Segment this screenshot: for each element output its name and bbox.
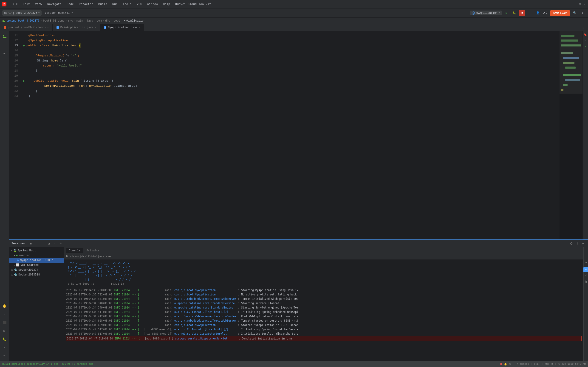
services-more-icon[interactable]: ⋮ — [575, 241, 580, 246]
services-popout-icon[interactable]: ⬡ — [569, 241, 574, 246]
console-wrap-icon[interactable]: ↩ — [583, 260, 588, 265]
breadcrumb-part-7[interactable]: boot — [114, 19, 120, 23]
status-crlf[interactable]: CRLF — [534, 363, 540, 365]
menu-refactor[interactable]: Refactor — [77, 2, 95, 7]
tab-my-app[interactable]: J MyApplication.java × — [100, 24, 145, 31]
status-bar: Build completed successfully in 1 sec, 4… — [0, 361, 588, 367]
global-search-button[interactable]: 🔍 — [571, 10, 578, 16]
breadcrumb-part-0[interactable]: spring-boot-3-202376 — [6, 19, 40, 23]
tab-main-app-close[interactable]: × — [95, 26, 96, 29]
menu-help[interactable]: Help — [161, 2, 172, 7]
breadcrumb-part-2[interactable]: src — [68, 19, 73, 23]
more-options-button[interactable]: ⋮ — [527, 10, 533, 16]
bottom-content: ▾ 🍃 Spring Boot ▾ ▶ Running ▶ MyApplicat… — [9, 247, 588, 361]
menu-tools[interactable]: Tools — [120, 2, 134, 7]
services-down-icon[interactable]: ↓ — [40, 241, 45, 246]
console-output[interactable]: /\\ / ____| . __ _ . __ . \\ \\ \\ \ ( (… — [64, 259, 583, 361]
console-print-icon[interactable]: 🖨 — [583, 273, 588, 278]
run-arrow-13[interactable]: ▶ — [23, 43, 25, 48]
profile-button[interactable]: 👤 — [535, 10, 541, 16]
tab-main-app-label: MainApplication.java — [61, 26, 94, 29]
console-tab[interactable]: Console — [66, 248, 83, 253]
stop-button[interactable]: ■ — [519, 10, 525, 16]
menu-file[interactable]: File — [8, 2, 20, 7]
services-collapse-icon[interactable]: ⬆ — [52, 241, 57, 246]
log-line-2: 2023-07-06T19:04:34.341+08:00 INFO 21924… — [66, 297, 582, 301]
code-content[interactable]: @RestController @SpringBootApplication ▶… — [21, 31, 560, 240]
tab-my-app-close[interactable]: × — [139, 26, 140, 29]
tree-item-myapp[interactable]: ▶ MyApplication :8080/ — [9, 258, 64, 263]
sidebar-more-icon[interactable]: ⋯ — [1, 50, 8, 57]
vcs-selector[interactable]: Version control ▾ — [43, 10, 75, 16]
settings-button[interactable]: ⚙ — [579, 10, 586, 16]
console-down-icon[interactable]: ↓ — [583, 254, 588, 259]
bookmark-icon[interactable]: 🔖 — [583, 32, 588, 37]
services-tree: ▾ 🍃 Spring Boot ▾ ▶ Running ▶ MyApplicat… — [9, 247, 64, 361]
sidebar-bottom-more-icon[interactable]: ⋯ — [1, 352, 8, 359]
start-exam-button[interactable]: Start Exam — [550, 10, 570, 16]
tree-item-running[interactable]: ▾ ▶ Running — [9, 253, 64, 258]
sidebar-run-icon[interactable]: ▶ — [1, 327, 8, 334]
breadcrumb-part-6[interactable]: djc — [105, 19, 110, 23]
spring-version-line: :: Spring Boot :: (v3.1.1) — [66, 282, 582, 286]
sidebar-debug-icon[interactable]: 🐛 — [1, 335, 8, 343]
editor-pencil-icon[interactable]: ✏ — [583, 38, 588, 43]
menu-vcs[interactable]: VCS — [134, 2, 144, 7]
services-minimize-icon[interactable]: ─ — [581, 241, 586, 246]
services-add-icon[interactable]: + — [58, 241, 63, 246]
tab-pom-close[interactable]: × — [47, 26, 49, 29]
breadcrumb-part-1[interactable]: boot3-01-demo — [43, 19, 65, 23]
project-selector[interactable]: spring-boot-3-202376 ▾ — [2, 10, 42, 16]
project-name: spring-boot-3-202376 — [4, 11, 37, 15]
sidebar-structure-icon[interactable] — [1, 41, 8, 49]
menu-navigate[interactable]: Navigate — [45, 2, 64, 7]
services-right-actions: ⬡ ⋮ ─ — [569, 241, 586, 246]
run-config-selector[interactable]: A MyApplication ▾ — [470, 10, 502, 15]
maximize-button[interactable]: □ — [578, 2, 582, 6]
breadcrumb-part-3[interactable]: main — [77, 19, 83, 23]
sidebar-project-icon[interactable] — [1, 33, 8, 40]
status-indent[interactable]: 4 spaces — [517, 363, 529, 365]
console-trash-icon[interactable]: 🗑 — [583, 279, 588, 284]
breadcrumb-part-4[interactable]: java — [86, 19, 93, 23]
menu-edit[interactable]: Edit — [20, 2, 32, 7]
run-button[interactable]: ▶ — [503, 10, 510, 16]
sidebar-services-icon[interactable]: ⚡ — [1, 344, 8, 351]
status-charset[interactable]: UTF-8 — [545, 363, 553, 365]
tab-pom-label: pom.xml (boot3-01-demo) — [8, 26, 46, 29]
menu-run[interactable]: Run — [110, 2, 120, 7]
services-up-icon[interactable]: ↑ — [35, 241, 40, 246]
sidebar-notifications-icon[interactable]: 🔔 — [1, 302, 8, 310]
tree-item-docker2[interactable]: ⬡ 🐳 Docker2023518 — [9, 272, 64, 277]
menu-build[interactable]: Build — [96, 2, 110, 7]
sidebar-terminal-icon[interactable]: ⬛ — [1, 319, 8, 326]
breadcrumb-part-8[interactable]: MyApplication — [124, 19, 145, 23]
minimize-button[interactable]: ─ — [574, 2, 577, 6]
tab-pom[interactable]: pom.xml (boot3-01-demo) × — [0, 24, 52, 31]
services-refresh-icon[interactable]: ↻ — [28, 241, 34, 246]
sidebar-git-icon[interactable]: ⑂ — [1, 311, 8, 318]
console-up-icon[interactable]: ↑ — [583, 248, 588, 253]
console-scroll-icon[interactable]: ≡ — [583, 267, 588, 272]
code-line-18: } — [23, 68, 557, 73]
breadcrumb-part-5[interactable]: com — [97, 19, 102, 23]
tab-settings-icon[interactable]: ⋮ — [581, 26, 586, 31]
code-line-11: @RestController — [23, 33, 557, 38]
close-button[interactable]: ✕ — [583, 2, 586, 6]
translate-button[interactable]: A文 — [542, 10, 549, 16]
services-filter-icon[interactable]: ⊟ — [46, 241, 52, 246]
tab-main-app[interactable]: J MainApplication.java × — [52, 24, 100, 31]
menu-window[interactable]: Window — [145, 2, 160, 7]
actuator-tab[interactable]: Actuator — [84, 248, 103, 253]
debug-button[interactable]: 🐛 — [511, 10, 518, 16]
menu-code[interactable]: Code — [64, 2, 76, 7]
menu-view[interactable]: View — [33, 2, 44, 7]
tree-item-docker1[interactable]: ⬡ 🐳 Docker202374 — [9, 267, 64, 272]
tree-label-docker1: Docker202374 — [18, 268, 38, 272]
services-header: Services ↻ ↑ ↓ ⊟ ⬆ + ⬡ ⋮ ─ — [9, 240, 588, 247]
menu-huawei[interactable]: Huawei Cloud Toolkit — [173, 2, 213, 7]
run-arrow-20[interactable]: ▶ — [23, 78, 25, 83]
tree-arrow-docker2: ⬡ — [11, 273, 13, 276]
tree-item-spring-boot[interactable]: ▾ 🍃 Spring Boot — [9, 248, 64, 253]
tree-item-not-started[interactable]: ▸ ⬜ Not Started — [9, 263, 64, 267]
